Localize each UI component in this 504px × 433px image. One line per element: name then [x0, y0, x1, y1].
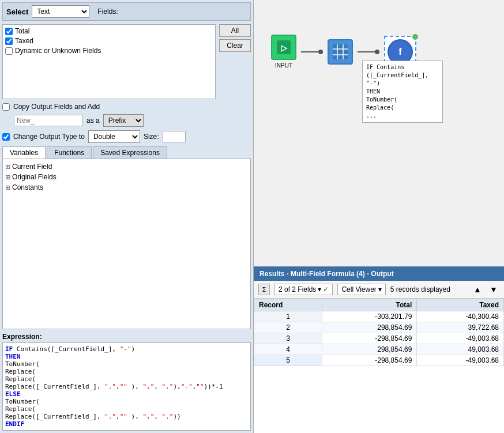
tab-bar: Variables Functions Saved Expressions: [2, 146, 251, 159]
fields-section: Total Taxed Dynamic or Unknown Fields Al…: [2, 24, 251, 99]
table-row: 4 298,854.69 49,003.68: [254, 344, 504, 355]
cell-viewer-dropdown[interactable]: Cell Viewer ▾: [337, 284, 385, 295]
expand-icon-constants[interactable]: ⊞: [5, 184, 10, 191]
table-row: 1 -303,201.79 -40,300.48: [254, 311, 504, 322]
dot-2: [375, 50, 379, 54]
field-taxed[interactable]: Taxed: [5, 37, 213, 45]
field-dynamic[interactable]: Dynamic or Unknown Fields: [5, 47, 213, 55]
field-total[interactable]: Total: [5, 27, 213, 35]
expand-icon-original[interactable]: ⊞: [5, 174, 10, 181]
variables-section: Variables Functions Saved Expressions ⊞ …: [2, 146, 251, 329]
constants-label: Constants: [12, 183, 43, 191]
expression-section: Expression: IF Contains([_CurrentField_]…: [2, 333, 251, 431]
nav-down-button[interactable]: ▼: [488, 284, 499, 295]
copy-checkbox[interactable]: [2, 103, 10, 111]
connector-1: [301, 50, 323, 54]
table-row: 5 -298,854.69 -49,003.68: [254, 355, 504, 366]
taxed-label: Taxed: [15, 37, 33, 45]
results-toolbar: Σ 2 of 2 Fields ▾ ✓ Cell Viewer ▾ 5 reco…: [254, 281, 504, 299]
tooltip-content: IF Contains([_CurrentField_],"-")THENToN…: [366, 63, 439, 120]
dynamic-checkbox[interactable]: [5, 47, 13, 55]
fields-check-icon: ✓: [323, 285, 329, 293]
svg-text:▷: ▷: [281, 43, 288, 52]
fields-label: Fields:: [97, 7, 118, 16]
type-label: Change Output Type to: [13, 133, 85, 141]
col-total: Total: [322, 299, 417, 311]
as-a-label: as a: [86, 116, 100, 125]
fields-dropdown-arrow: ▾: [318, 285, 321, 293]
tooltip-box: IF Contains([_CurrentField_],"-")THENToN…: [362, 61, 443, 123]
size-input[interactable]: 8: [163, 131, 186, 142]
copy-label: Copy Output Fields and Add: [13, 103, 100, 111]
workflow-area: ▷ INPUT: [254, 0, 504, 266]
expand-icon[interactable]: ⊞: [5, 163, 10, 171]
results-header: Results - Multi-Field Formula (4) - Outp…: [254, 267, 504, 281]
dot-1: [318, 50, 323, 54]
cell-total: -298,854.69: [322, 355, 417, 366]
fields-list: Total Taxed Dynamic or Unknown Fields: [2, 24, 216, 99]
type-select[interactable]: Double: [88, 130, 140, 143]
table-row: 3 -298,854.69 -49,003.68: [254, 333, 504, 344]
total-checkbox[interactable]: [5, 28, 13, 35]
line-2: [358, 51, 375, 52]
expression-box[interactable]: IF Contains([_CurrentField_], "-") THEN …: [2, 342, 251, 431]
left-panel: Select Text Fields: Total Taxed Dynamic …: [0, 0, 254, 433]
cell-total: -303,201.79: [322, 311, 417, 322]
middle-icon[interactable]: [328, 39, 353, 65]
col-record: Record: [254, 299, 322, 311]
cell-record: 3: [254, 333, 322, 344]
type-checkbox[interactable]: [2, 133, 10, 141]
input-icon[interactable]: ▷: [271, 35, 296, 60]
sigma-icon[interactable]: Σ: [258, 284, 270, 295]
svg-rect-2: [333, 44, 348, 59]
cell-taxed: -49,003.68: [417, 333, 504, 344]
cell-viewer-text: Cell Viewer: [341, 285, 376, 293]
middle-node: [328, 39, 353, 65]
tree-item-current[interactable]: ⊞ Current Field: [5, 161, 248, 172]
select-label: Select: [6, 7, 28, 16]
cell-total: 298,854.69: [322, 344, 417, 355]
cell-record: 2: [254, 322, 322, 333]
expression-label: Expression:: [2, 333, 251, 341]
tab-variables[interactable]: Variables: [2, 146, 46, 159]
tree-item-original[interactable]: ⊞ Original Fields: [5, 172, 248, 182]
tab-saved-expressions[interactable]: Saved Expressions: [93, 146, 167, 159]
connector-2: [358, 50, 379, 54]
name-row: as a Prefix: [14, 114, 251, 127]
taxed-checkbox[interactable]: [5, 37, 13, 45]
middle-node-wrap: [328, 39, 353, 65]
table-row: 2 298,854.69 39,722.68: [254, 322, 504, 333]
cell-taxed: 39,722.68: [417, 322, 504, 333]
original-fields-label: Original Fields: [12, 173, 57, 181]
cell-taxed: -40,300.48: [417, 311, 504, 322]
tree-item-constants[interactable]: ⊞ Constants: [5, 182, 248, 193]
fields-dropdown[interactable]: 2 of 2 Fields ▾ ✓: [274, 284, 333, 295]
prefix-select[interactable]: Prefix: [103, 114, 144, 127]
col-taxed: Taxed: [417, 299, 504, 311]
select-row: Select Text Fields:: [2, 2, 251, 21]
fields-count-text: 2 of 2 Fields: [279, 285, 316, 293]
line-1: [301, 51, 318, 52]
select-dropdown[interactable]: Text: [32, 5, 89, 18]
current-field-label: Current Field: [12, 163, 52, 171]
right-panel: ▷ INPUT: [254, 0, 504, 433]
input-label: INPUT: [275, 62, 292, 69]
cell-viewer-arrow: ▾: [378, 285, 382, 293]
cell-taxed: -49,003.68: [417, 355, 504, 366]
cell-taxed: 49,003.68: [417, 344, 504, 355]
all-button[interactable]: All: [219, 24, 251, 37]
results-table-container: Record Total Taxed 1 -303,201.79 -40,300…: [254, 299, 504, 433]
tab-functions[interactable]: Functions: [47, 146, 92, 159]
records-info: 5 records displayed: [390, 285, 467, 293]
cell-record: 4: [254, 344, 322, 355]
green-dot: [412, 34, 418, 40]
new-name-input[interactable]: [14, 115, 83, 126]
results-table: Record Total Taxed 1 -303,201.79 -40,300…: [254, 299, 504, 366]
fields-buttons: All Clear: [219, 24, 251, 99]
svg-text:f: f: [398, 47, 402, 57]
clear-button[interactable]: Clear: [219, 39, 251, 52]
cell-record: 1: [254, 311, 322, 322]
nav-up-button[interactable]: ▲: [472, 284, 483, 295]
cell-total: 298,854.69: [322, 322, 417, 333]
total-label: Total: [15, 27, 29, 35]
